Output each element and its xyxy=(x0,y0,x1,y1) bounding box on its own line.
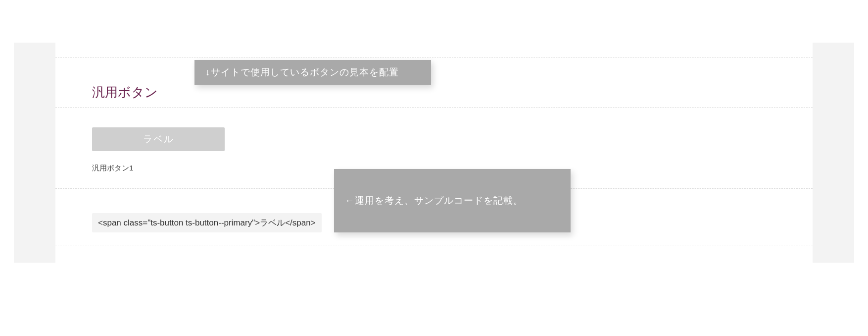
side-margin-left xyxy=(14,43,55,263)
sample-button[interactable]: ラベル xyxy=(92,127,225,151)
page-container: 汎用ボタン ↓サイトで使用しているボタンの見本を配置 ラベル 汎用ボタン1 ←運… xyxy=(0,0,868,85)
section-row-sample: ラベル 汎用ボタン1 ←運用を考え、サンプルコードを記載。 xyxy=(55,107,813,188)
section-title: 汎用ボタン xyxy=(92,84,158,101)
annotation-button-sample: ↓サイトで使用しているボタンの見本を配置 xyxy=(194,60,431,85)
code-sample-text: <span class="ts-button ts-button--primar… xyxy=(92,213,322,232)
section-bottom-border xyxy=(55,245,813,245)
side-margin-right xyxy=(813,43,854,263)
sample-button-caption: 汎用ボタン1 xyxy=(92,164,133,173)
section-row-header: 汎用ボタン ↓サイトで使用しているボタンの見本を配置 xyxy=(55,57,813,107)
main-content: 汎用ボタン ↓サイトで使用しているボタンの見本を配置 ラベル 汎用ボタン1 ←運… xyxy=(55,43,813,263)
annotation-code-sample: ←運用を考え、サンプルコードを記載。 xyxy=(334,169,571,232)
